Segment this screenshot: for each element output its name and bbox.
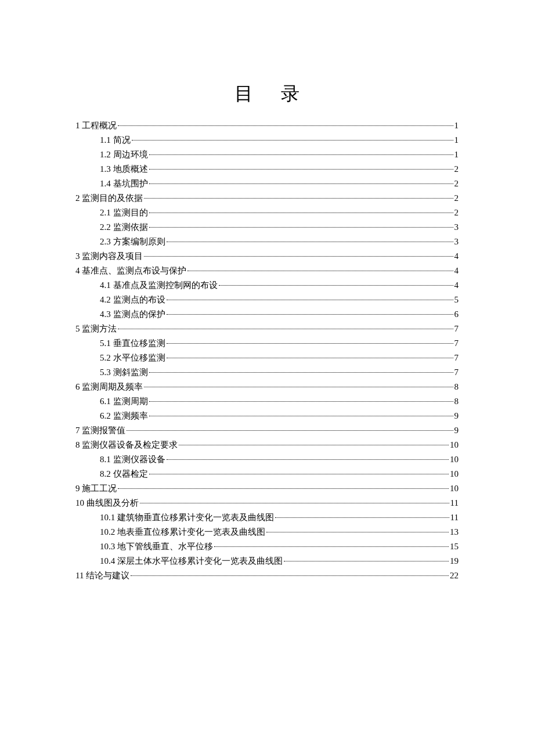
toc-leader-dots: [214, 546, 449, 547]
toc-entry-text: 8.2 仪器检定: [100, 467, 148, 481]
toc-entry-page: 1: [454, 118, 459, 132]
toc-entry-text: 10.1 建筑物垂直位移累计变化一览表及曲线图: [100, 510, 274, 524]
toc-leader-dots: [149, 416, 453, 416]
toc-leader-dots: [149, 401, 453, 402]
toc-entry-page: 2: [454, 206, 459, 219]
toc-leader-dots: [167, 459, 449, 460]
toc-entry-page: 15: [450, 539, 459, 553]
toc-entry: 5.1 垂直位移监测7: [75, 336, 459, 350]
toc-entry-text: 11 结论与建议: [75, 568, 129, 582]
toc-entry-page: 3: [454, 220, 459, 234]
toc-entry: 6.2 监测频率9: [75, 409, 459, 423]
toc-entry-text: 4.1 基准点及监测控制网的布设: [100, 278, 218, 292]
toc-entry-text: 1.3 地质概述: [100, 162, 148, 176]
toc-leader-dots: [266, 532, 449, 532]
toc-leader-dots: [167, 358, 453, 358]
toc-entry-page: 5: [454, 293, 459, 307]
toc-entry-page: 7: [454, 336, 459, 350]
toc-entry: 3 监测内容及项目4: [75, 249, 459, 263]
toc-entry-page: 8: [454, 380, 459, 394]
toc-entry-text: 4.3 监测点的保护: [100, 307, 165, 321]
toc-leader-dots: [167, 242, 453, 242]
toc-entry-text: 1.2 周边环境: [100, 147, 148, 161]
toc-entry-text: 2.1 监测目的: [100, 206, 148, 219]
toc-entry-page: 2: [454, 177, 459, 190]
toc-leader-dots: [149, 227, 453, 228]
toc-entry-text: 10.4 深层土体水平位移累计变化一览表及曲线图: [100, 554, 283, 568]
toc-leader-dots: [149, 474, 449, 474]
toc-entry: 4.2 监测点的布设5: [75, 293, 459, 307]
toc-entry: 1.1 简况1: [75, 133, 459, 147]
toc-leader-dots: [131, 575, 449, 576]
toc-entry-page: 10: [450, 467, 459, 481]
toc-entry-page: 19: [450, 554, 459, 568]
toc-entry-page: 9: [454, 409, 459, 423]
toc-entry: 5.3 测斜监测7: [75, 365, 459, 379]
toc-entry-page: 2: [454, 162, 459, 176]
toc-entry: 4 基准点、监测点布设与保护4: [75, 264, 459, 278]
toc-leader-dots: [167, 314, 453, 315]
toc-entry-text: 7 监测报警值: [75, 423, 125, 437]
toc-entry-text: 6 监测周期及频率: [75, 380, 143, 394]
toc-leader-dots: [149, 372, 453, 373]
toc-leader-dots: [132, 140, 453, 141]
toc-entry-text: 3 监测内容及项目: [75, 249, 143, 263]
toc-entry-text: 6.2 监测频率: [100, 409, 148, 423]
toc-entry-page: 3: [454, 235, 459, 249]
toc-entry: 6 监测周期及频率8: [75, 380, 459, 394]
toc-entry-page: 6: [454, 307, 459, 321]
toc-entry: 5.2 水平位移监测7: [75, 351, 459, 365]
toc-leader-dots: [144, 198, 453, 199]
document-title: 目录: [75, 81, 459, 107]
toc-entry-text: 10.3 地下管线垂直、水平位移: [100, 539, 213, 553]
toc-leader-dots: [179, 445, 449, 445]
toc-entry-page: 10: [450, 452, 459, 466]
toc-leader-dots: [140, 503, 449, 503]
toc-entry-page: 7: [454, 322, 459, 336]
toc-entry: 4.3 监测点的保护6: [75, 307, 459, 321]
toc-entry: 5 监测方法7: [75, 322, 459, 336]
toc-entry-page: 1: [454, 133, 459, 147]
toc-leader-dots: [167, 300, 453, 300]
toc-entry-text: 1.4 基坑围护: [100, 177, 148, 190]
toc-entry-page: 10: [450, 438, 459, 452]
toc-entry-page: 13: [450, 525, 459, 539]
toc-leader-dots: [167, 343, 453, 344]
toc-entry-text: 5.2 水平位移监测: [100, 351, 165, 365]
toc-leader-dots: [149, 154, 453, 155]
toc-entry-text: 2.2 监测依据: [100, 220, 148, 234]
toc-entry: 2 监测目的及依据2: [75, 191, 459, 205]
toc-entry-text: 5.1 垂直位移监测: [100, 336, 165, 350]
toc-leader-dots: [275, 517, 449, 518]
toc-entry: 7 监测报警值9: [75, 423, 459, 437]
toc-entry: 10.3 地下管线垂直、水平位移15: [75, 539, 459, 553]
toc-leader-dots: [118, 125, 453, 126]
toc-entry-text: 10 曲线图及分析: [75, 496, 139, 510]
toc-entry: 6.1 监测周期8: [75, 394, 459, 408]
toc-entry: 1 工程概况1: [75, 118, 459, 132]
toc-entry-text: 1 工程概况: [75, 118, 117, 132]
toc-entry: 8.2 仪器检定10: [75, 467, 459, 481]
toc-leader-dots: [284, 561, 449, 561]
toc-entry: 1.4 基坑围护2: [75, 177, 459, 190]
toc-entry-page: 7: [454, 351, 459, 365]
toc-entry: 2.3 方案编制原则3: [75, 235, 459, 249]
toc-entry-page: 9: [454, 423, 459, 437]
toc-entry-text: 6.1 监测周期: [100, 394, 148, 408]
toc-entry-page: 1: [454, 147, 459, 161]
toc-entry: 9 施工工况10: [75, 481, 459, 495]
toc-entry: 4.1 基准点及监测控制网的布设4: [75, 278, 459, 292]
toc-entry-page: 7: [454, 365, 459, 379]
toc-entry: 2.1 监测目的2: [75, 206, 459, 219]
toc-entry-page: 11: [450, 496, 459, 510]
toc-entry-page: 4: [454, 278, 459, 292]
toc-entry-text: 4 基准点、监测点布设与保护: [75, 264, 186, 278]
toc-leader-dots: [187, 271, 453, 271]
toc-entry-text: 8.1 监测仪器设备: [100, 452, 165, 466]
toc-entry-page: 4: [454, 249, 459, 263]
toc-entry-text: 8 监测仪器设备及检定要求: [75, 438, 178, 452]
toc-leader-dots: [149, 183, 453, 184]
toc-leader-dots: [127, 430, 453, 431]
toc-leader-dots: [219, 285, 453, 286]
toc-entry-text: 4.2 监测点的布设: [100, 293, 165, 307]
